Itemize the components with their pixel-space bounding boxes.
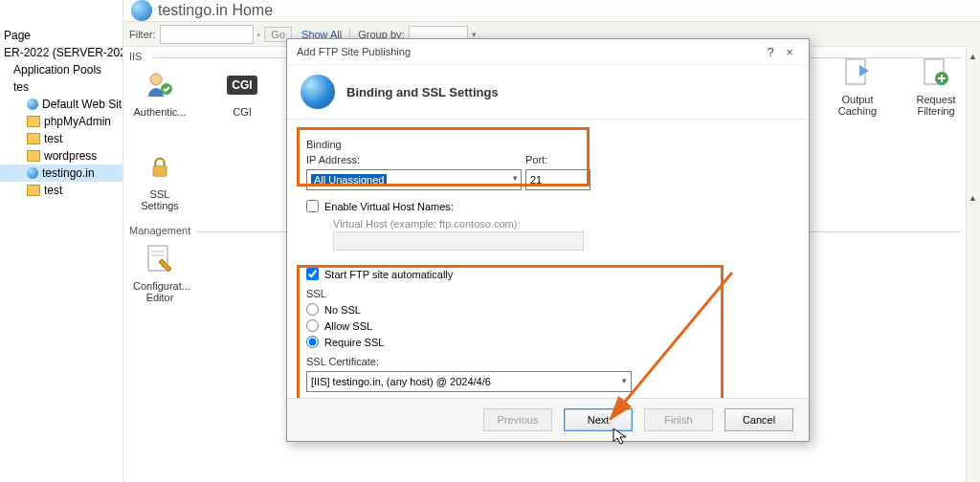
virtual-host-input xyxy=(333,231,584,251)
no-ssl-radio[interactable] xyxy=(306,303,319,316)
page-header: testingo.in Home xyxy=(123,0,980,21)
globe-icon xyxy=(131,0,152,21)
next-button[interactable]: Next xyxy=(564,408,633,431)
folder-icon xyxy=(27,150,40,162)
feature-ssl-settings[interactable]: SSL Settings xyxy=(133,150,187,211)
enable-virtual-host-label: Enable Virtual Host Names: xyxy=(324,201,454,212)
tree-item[interactable]: phpMyAdmin xyxy=(0,113,122,130)
feature-output-caching[interactable]: Output Caching xyxy=(831,55,884,117)
tree-item-selected[interactable]: testingo.in xyxy=(0,164,122,182)
binding-group-label: Binding xyxy=(306,139,790,150)
finish-button: Finish xyxy=(644,408,713,431)
feature-config-editor[interactable]: Configurat... Editor xyxy=(133,242,187,303)
tree-item[interactable]: test xyxy=(0,130,122,147)
svg-rect-2 xyxy=(153,165,167,176)
allow-ssl-radio[interactable] xyxy=(306,319,319,332)
folder-icon xyxy=(27,133,40,144)
ssl-certificate-select[interactable]: [IIS] testingo.in, (any host) @ 2024/4/6… xyxy=(306,371,632,392)
ssl-certificate-label: SSL Certificate: xyxy=(306,356,790,367)
globe-icon xyxy=(301,75,335,109)
tree-item[interactable]: Default Web Site xyxy=(0,96,122,113)
ssl-group-label: SSL xyxy=(306,288,790,299)
svg-point-0 xyxy=(150,74,162,85)
chevron-down-icon: ▾ xyxy=(513,173,518,183)
require-ssl-radio[interactable] xyxy=(306,336,319,348)
chevron-down-icon: ▾ xyxy=(622,376,627,385)
dialog-title: Add FTP Site Publishing xyxy=(297,46,411,57)
feature-authentication[interactable]: Authentic... xyxy=(133,68,187,118)
group-iis: IIS xyxy=(129,51,142,62)
ip-address-select[interactable]: All Unassigned ▾ xyxy=(306,169,522,190)
start-ftp-auto-label: Start FTP site automatically xyxy=(324,269,453,280)
filter-input[interactable] xyxy=(160,25,254,44)
feature-request-filtering[interactable]: Request Filtering xyxy=(909,55,963,117)
enable-virtual-host-checkbox[interactable] xyxy=(306,200,319,212)
page-title: testingo.in Home xyxy=(158,2,273,19)
globe-icon xyxy=(27,99,38,110)
tree-item[interactable]: tes xyxy=(0,78,122,96)
group-management: Management xyxy=(129,225,190,236)
virtual-host-hint: Virtual Host (example: ftp.contoso.com): xyxy=(333,218,790,230)
folder-icon xyxy=(27,185,40,196)
start-ftp-auto-checkbox[interactable] xyxy=(306,268,319,280)
tree-item[interactable]: test xyxy=(0,182,122,199)
feature-cgi[interactable]: CGI CGI xyxy=(215,68,269,118)
port-input[interactable] xyxy=(525,169,590,190)
connections-tree[interactable]: Page ER-2022 (SERVER-2022\A Application … xyxy=(0,0,123,482)
tree-item[interactable]: wordpress xyxy=(0,147,122,164)
cancel-button[interactable]: Cancel xyxy=(724,408,793,431)
wizard-step-title: Binding and SSL Settings xyxy=(346,85,499,99)
help-button[interactable]: ? xyxy=(761,45,780,59)
tree-item[interactable]: ER-2022 (SERVER-2022\A xyxy=(0,44,122,61)
ip-address-label: IP Address: xyxy=(306,154,512,165)
folder-icon xyxy=(27,116,40,127)
add-ftp-wizard-dialog: Add FTP Site Publishing ? × Binding and … xyxy=(286,38,810,442)
tree-item[interactable]: Page xyxy=(0,27,122,44)
previous-button: Previous xyxy=(483,408,552,431)
tree-item[interactable]: Application Pools xyxy=(0,61,122,78)
port-label: Port: xyxy=(525,154,581,165)
close-button[interactable]: × xyxy=(780,45,799,59)
globe-icon xyxy=(27,167,38,179)
actions-pane-edge: ▲▲ xyxy=(966,46,980,482)
filter-label: Filter: xyxy=(129,29,156,40)
